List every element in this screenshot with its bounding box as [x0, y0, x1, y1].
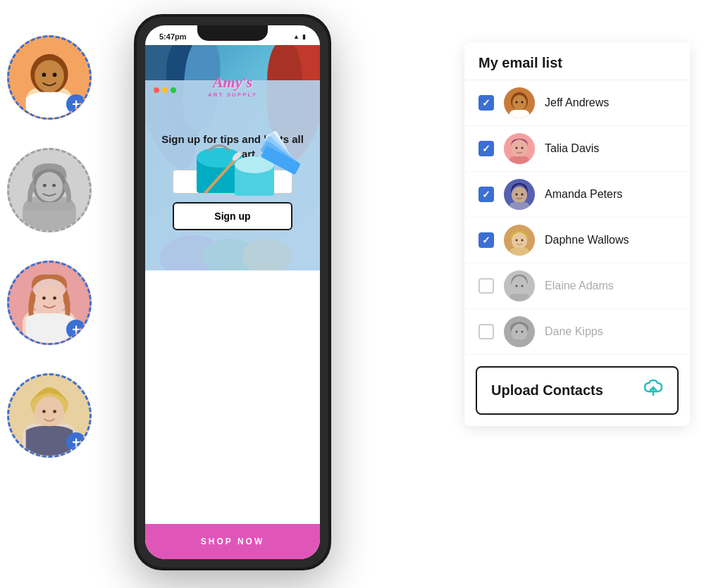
avatar-talia-svg	[504, 133, 535, 164]
art-logo-name: Amy's	[208, 73, 257, 92]
contact-row-jeff[interactable]: ✓ Jeff Andrews	[464, 80, 690, 126]
avatar-elaine	[504, 270, 535, 301]
contact-name-daphne: Daphne Wallows	[545, 234, 629, 246]
plus-badge-3[interactable]: +	[66, 320, 86, 339]
avatar-elaine-svg	[504, 270, 535, 301]
svg-point-15	[53, 296, 56, 300]
svg-rect-10	[24, 202, 75, 210]
svg-point-19	[42, 410, 46, 413]
art-banner: Amy's Art Supply	[145, 45, 320, 270]
contact-name-talia: Talia Davis	[545, 142, 599, 155]
svg-point-37	[516, 101, 518, 104]
svg-point-8	[43, 184, 47, 187]
shop-now-text: SHOP NOW	[201, 537, 264, 546]
checkbox-dane[interactable]	[478, 324, 494, 339]
svg-point-46	[521, 194, 524, 196]
checkmark-jeff: ✓	[482, 97, 490, 108]
svg-point-57	[512, 324, 527, 341]
battery-icon: ▮	[302, 33, 306, 40]
svg-point-55	[521, 285, 524, 287]
left-avatar-4[interactable]: +	[7, 373, 92, 458]
phone-notch	[197, 25, 268, 41]
svg-rect-40	[510, 156, 529, 164]
contact-row-amanda[interactable]: ✓ Amanda Peters	[464, 172, 690, 218]
svg-rect-44	[510, 202, 529, 210]
svg-rect-49	[510, 248, 529, 256]
avatar-amanda-svg	[504, 179, 535, 210]
cloud-upload-svg	[638, 377, 663, 399]
phone-screen: 5:47pm ▲ ▮	[145, 25, 320, 559]
svg-point-60	[521, 331, 524, 333]
contact-row-elaine[interactable]: Elaine Adams	[464, 263, 690, 309]
checkmark-amanda: ✓	[482, 189, 490, 200]
svg-point-50	[516, 239, 518, 242]
checkmark-talia: ✓	[482, 143, 490, 154]
contact-name-amanda: Amanda Peters	[545, 188, 622, 201]
plus-badge-1[interactable]: +	[66, 94, 86, 114]
status-icons: ▲ ▮	[293, 33, 306, 40]
contact-name-elaine: Elaine Adams	[545, 280, 614, 292]
email-panel-title: My email list	[478, 55, 676, 71]
checkbox-talia[interactable]: ✓	[478, 141, 494, 156]
svg-point-35	[512, 95, 526, 111]
dot-red	[154, 87, 159, 93]
art-logo-sub: Art Supply	[208, 92, 257, 98]
avatar-daphne	[504, 225, 535, 256]
upload-contacts-label: Upload Contacts	[491, 382, 603, 399]
left-avatar-3[interactable]: +	[7, 261, 92, 345]
svg-point-7	[36, 172, 63, 201]
svg-point-3	[42, 73, 47, 77]
email-panel: My email list ✓ Jeff Andrews ✓	[464, 42, 690, 426]
paint-cans-svg	[166, 87, 314, 228]
avatar-daphne-svg	[504, 225, 535, 256]
svg-point-18	[35, 396, 64, 428]
contact-row-talia[interactable]: ✓ Talia Davis	[464, 126, 690, 172]
plus-badge-4[interactable]: +	[66, 432, 86, 452]
svg-point-2	[35, 60, 64, 92]
avatar-dane	[504, 316, 535, 347]
checkmark-daphne: ✓	[482, 234, 490, 246]
avatar-dane-svg	[504, 316, 535, 347]
avatar-amanda	[504, 179, 535, 210]
scene: +	[0, 0, 704, 588]
svg-point-9	[52, 184, 56, 187]
svg-point-45	[516, 194, 518, 196]
wifi-icon: ▲	[293, 33, 299, 40]
art-logo: Amy's Art Supply	[208, 73, 257, 98]
svg-point-54	[516, 285, 518, 287]
phone-container: 5:47pm ▲ ▮	[134, 14, 331, 570]
checkbox-elaine[interactable]	[478, 278, 494, 294]
checkbox-amanda[interactable]: ✓	[478, 187, 494, 202]
avatar-2-face	[9, 150, 89, 230]
upload-cloud-icon	[638, 377, 663, 404]
svg-point-52	[512, 278, 527, 295]
contact-row-daphne[interactable]: ✓ Daphne Wallows	[464, 218, 690, 263]
contact-name-jeff: Jeff Andrews	[545, 96, 609, 109]
svg-point-48	[512, 232, 527, 249]
shop-now-bar[interactable]: SHOP NOW	[145, 524, 320, 559]
svg-point-42	[521, 147, 524, 149]
upload-contacts-button[interactable]: Upload Contacts	[476, 366, 679, 415]
svg-point-13	[35, 284, 63, 315]
svg-point-4	[53, 73, 57, 77]
svg-point-59	[516, 331, 518, 333]
svg-point-41	[516, 147, 518, 149]
phone-shell: 5:47pm ▲ ▮	[134, 14, 331, 570]
svg-rect-36	[510, 110, 529, 118]
svg-point-20	[53, 410, 56, 413]
contact-row-dane[interactable]: Dane Kipps	[464, 309, 690, 355]
svg-point-51	[521, 239, 524, 242]
checkbox-jeff[interactable]: ✓	[478, 95, 494, 111]
status-time: 5:47pm	[159, 32, 187, 41]
left-avatars-panel: +	[7, 35, 92, 458]
email-panel-header: My email list	[464, 42, 690, 80]
avatar-jeff-svg	[504, 87, 535, 118]
left-avatar-1[interactable]: +	[7, 35, 92, 120]
avatar-talia	[504, 133, 535, 164]
svg-rect-53	[510, 294, 529, 301]
svg-rect-58	[510, 339, 529, 347]
contact-name-dane: Dane Kipps	[545, 325, 603, 338]
phone-inner: 5:47pm ▲ ▮	[137, 17, 328, 568]
svg-point-43	[512, 187, 527, 204]
checkbox-daphne[interactable]: ✓	[478, 232, 494, 248]
